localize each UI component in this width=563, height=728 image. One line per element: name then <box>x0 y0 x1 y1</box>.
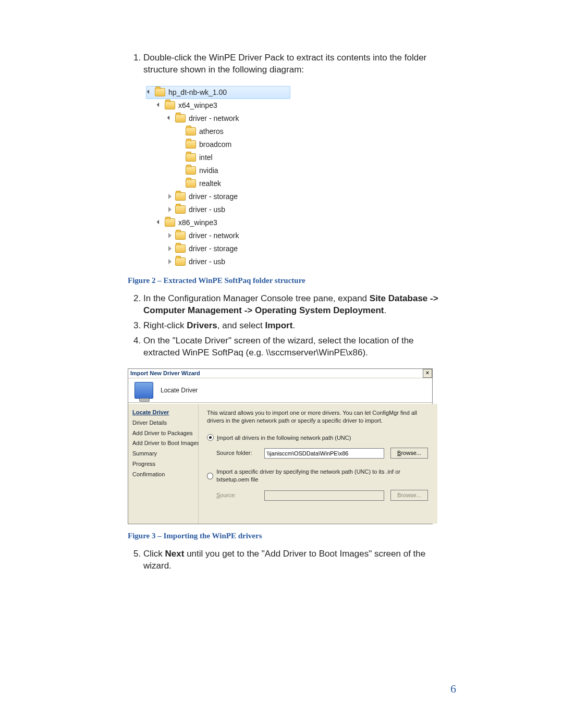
folder-icon <box>175 114 186 122</box>
wizard-step[interactable]: Driver Details <box>132 419 195 427</box>
tree-row[interactable]: driver - storage <box>146 242 290 255</box>
tree-label: driver - network <box>189 114 239 124</box>
radio-import-specific[interactable]: Import a specific driver by specifying t… <box>207 468 428 484</box>
tree-row[interactable]: driver - usb <box>146 255 290 268</box>
radio-import-specific-label: Import a specific driver by specifying t… <box>216 468 428 484</box>
tree-row[interactable]: hp_dt-nb-wk_1.00 <box>146 86 290 99</box>
source-folder-label: Source folder: <box>216 449 258 457</box>
tree-label: realtek <box>199 179 221 189</box>
figure-3-caption: Figure 3 – Importing the WinPE drivers <box>128 530 451 541</box>
folder-icon <box>186 127 196 135</box>
wizard-title: Import New Driver Wizard <box>130 369 200 377</box>
step-1-text: Double-click the WinPE Driver Pack to ex… <box>143 53 426 75</box>
folder-icon <box>186 140 196 149</box>
step-2: In the Configuration Manager Console tre… <box>143 293 451 317</box>
wizard-step[interactable]: Summary <box>132 450 195 458</box>
tree-expanded-icon[interactable] <box>146 89 153 95</box>
tree-row[interactable]: broadcom <box>146 138 290 151</box>
tree-collapsed-icon[interactable] <box>167 245 173 252</box>
tree-label: hp_dt-nb-wk_1.00 <box>168 88 227 97</box>
instruction-list-3: Click Next until you get to the "Add Dri… <box>128 548 451 572</box>
figure-2-caption: Figure 2 – Extracted WinPE SoftPaq folde… <box>128 275 451 286</box>
tree-row[interactable]: x86_winpe3 <box>146 216 290 229</box>
instruction-list-2: In the Configuration Manager Console tre… <box>128 293 451 359</box>
radio-on-icon <box>207 434 214 441</box>
folder-icon <box>175 244 186 253</box>
tree-row[interactable]: atheros <box>146 125 290 138</box>
tree-collapsed-icon[interactable] <box>167 206 173 213</box>
folder-icon <box>186 179 196 188</box>
computer-icon <box>134 382 153 399</box>
source-row: Source: Browse... <box>216 490 428 501</box>
folder-icon <box>175 205 186 214</box>
radio-import-all[interactable]: Import all drivers in the following netw… <box>207 434 428 442</box>
folder-icon <box>165 218 175 227</box>
wizard-header-text: Locate Driver <box>161 386 198 394</box>
wizard-step[interactable]: Add Driver to Boot Images <box>132 439 195 447</box>
tree-row[interactable]: x64_winpe3 <box>146 99 290 112</box>
step-4: On the "Locate Driver" screen of the wiz… <box>143 335 451 359</box>
tree-label: x64_winpe3 <box>178 101 217 110</box>
tree-label: driver - usb <box>189 205 225 215</box>
folder-icon <box>186 153 196 162</box>
tree-expanded-icon[interactable] <box>156 102 163 108</box>
folder-icon <box>186 166 196 175</box>
tree-row[interactable]: driver - storage <box>146 190 290 203</box>
folder-icon <box>175 231 186 240</box>
instruction-list: Double-click the WinPE Driver Pack to ex… <box>128 52 451 76</box>
wizard-titlebar: Import New Driver Wizard × <box>128 369 432 378</box>
tree-label: atheros <box>199 127 224 137</box>
tree-label: driver - storage <box>189 244 238 254</box>
wizard-step-list: Locate DriverDriver DetailsAdd Driver to… <box>128 404 199 524</box>
step-1: Double-click the WinPE Driver Pack to ex… <box>143 52 451 76</box>
tree-label: driver - network <box>189 231 239 241</box>
tree-label: driver - storage <box>189 192 238 202</box>
folder-icon <box>155 88 165 96</box>
tree-row[interactable]: driver - usb <box>146 203 290 216</box>
wizard-step[interactable]: Locate Driver <box>132 409 195 416</box>
tree-collapsed-icon[interactable] <box>167 232 173 239</box>
radio-import-all-label: Import all drivers in the following netw… <box>217 434 351 442</box>
folder-tree-figure: hp_dt-nb-wk_1.00x64_winpe3driver - netwo… <box>145 85 291 269</box>
source-folder-input[interactable] <box>264 448 384 459</box>
tree-collapsed-icon[interactable] <box>167 258 173 265</box>
wizard-step[interactable]: Confirmation <box>132 471 195 478</box>
tree-label: nvidia <box>199 166 218 176</box>
wizard-header: Locate Driver <box>128 378 432 403</box>
step-5: Click Next until you get to the "Add Dri… <box>143 548 451 572</box>
source-input <box>264 490 384 501</box>
folder-icon <box>175 257 186 266</box>
source-folder-row: Source folder: Browse... <box>216 448 428 459</box>
tree-row[interactable]: intel <box>146 151 290 164</box>
source-label: Source: <box>216 491 258 499</box>
wizard-main: This wizard allows you to import one or … <box>199 404 437 524</box>
tree-collapsed-icon[interactable] <box>167 193 173 200</box>
tree-label: intel <box>199 153 213 163</box>
wizard-figure: Import New Driver Wizard × Locate Driver… <box>128 368 433 524</box>
page-number: 6 <box>450 681 456 697</box>
wizard-step[interactable]: Add Driver to Packages <box>132 429 195 437</box>
radio-off-icon <box>207 473 213 479</box>
wizard-description: This wizard allows you to import one or … <box>207 409 428 425</box>
tree-expanded-icon[interactable] <box>156 219 163 226</box>
close-icon[interactable]: × <box>423 369 432 378</box>
wizard-step[interactable]: Progress <box>132 460 195 468</box>
tree-row[interactable]: driver - network <box>146 112 290 125</box>
step-3: Right-click Drivers, and select Import. <box>143 320 451 332</box>
folder-icon <box>165 101 175 109</box>
tree-label: x86_winpe3 <box>178 218 217 228</box>
browse-button-1[interactable]: Browse... <box>390 448 428 459</box>
tree-label: broadcom <box>199 140 231 150</box>
tree-row[interactable]: driver - network <box>146 229 290 242</box>
tree-row[interactable]: realtek <box>146 177 290 190</box>
browse-button-2: Browse... <box>390 490 428 501</box>
tree-label: driver - usb <box>189 257 225 267</box>
tree-row[interactable]: nvidia <box>146 164 290 177</box>
tree-expanded-icon[interactable] <box>167 115 173 121</box>
folder-icon <box>175 192 186 201</box>
